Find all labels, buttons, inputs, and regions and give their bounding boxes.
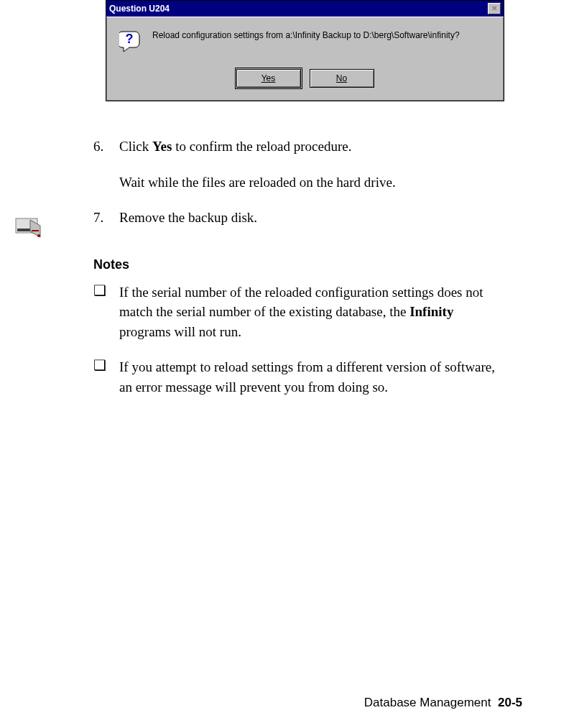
text: to confirm the reload procedure.	[172, 139, 351, 154]
note-1: ❑ If the serial number of the reloaded c…	[93, 282, 496, 342]
notes-heading: Notes	[93, 255, 496, 274]
step-6-sub: Wait while the files are reloaded on the…	[119, 172, 496, 193]
page: Question U204 ✕ ? Reload configuration s…	[0, 0, 574, 728]
svg-rect-4	[32, 230, 39, 231]
no-label: No	[336, 73, 347, 83]
text-bold: Yes	[152, 139, 172, 154]
dialog-body: ? Reload configuration settings from a:\…	[106, 17, 504, 101]
footer-page-number: 20-5	[498, 696, 522, 709]
question-icon: ?	[119, 30, 142, 53]
checkbox-bullet-icon: ❑	[93, 357, 115, 397]
step-7: 7. Remove the backup disk.	[93, 208, 496, 228]
svg-text:?: ?	[126, 32, 134, 46]
note-2: ❑ If you attempt to reload settings from…	[93, 357, 496, 397]
floppy-disk-icon	[14, 216, 43, 240]
page-footer: Database Management 20-5	[364, 694, 522, 712]
footer-section: Database Management	[364, 696, 491, 709]
question-dialog: Question U204 ✕ ? Reload configuration s…	[106, 0, 504, 101]
step-6: 6. Click Yes to confirm the reload proce…	[93, 137, 496, 192]
step-body: Click Yes to confirm the reload procedur…	[115, 137, 496, 192]
text: Click	[119, 139, 152, 154]
yes-button[interactable]: Yes	[236, 69, 301, 88]
text-bold: Infinity	[409, 304, 453, 319]
svg-point-5	[37, 234, 40, 237]
text: programs will not run.	[119, 324, 241, 339]
note-body: If the serial number of the reloaded con…	[115, 282, 496, 342]
dialog-titlebar: Question U204 ✕	[106, 1, 504, 17]
checkbox-bullet-icon: ❑	[93, 282, 115, 342]
dialog-title: Question U204	[109, 1, 170, 16]
dialog-buttons: Yes No	[115, 69, 495, 88]
close-icon[interactable]: ✕	[488, 3, 501, 14]
step-body: Remove the backup disk.	[115, 208, 496, 228]
no-button[interactable]: No	[310, 69, 374, 88]
yes-label: Yes	[261, 73, 276, 83]
step-number: 6.	[93, 137, 115, 192]
step-number: 7.	[93, 208, 115, 228]
note-body: If you attempt to reload settings from a…	[115, 357, 496, 397]
dialog-message: Reload configuration settings from a:\In…	[152, 30, 460, 40]
content: 6. Click Yes to confirm the reload proce…	[93, 137, 496, 413]
